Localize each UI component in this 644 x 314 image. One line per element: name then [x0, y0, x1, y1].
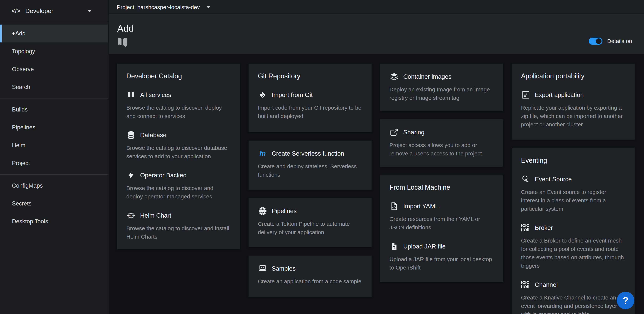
- item-link[interactable]: Pipelines: [258, 207, 362, 216]
- sidebar-item-configmaps[interactable]: ConfigMaps: [0, 177, 108, 195]
- git-icon: [258, 91, 267, 99]
- item-upload-jar-file: Upload JAR file Upload a JAR file from y…: [390, 242, 494, 272]
- channel-icon: [521, 281, 530, 289]
- svg-text:</>: </>: [392, 206, 396, 209]
- card-serverless-function[interactable]: fn Create Serverless function Create and…: [248, 141, 372, 190]
- page-title: Add: [117, 23, 644, 34]
- item-link[interactable]: <> Samples: [258, 264, 362, 273]
- card-developer-catalog[interactable]: Developer Catalog All services Browse th…: [117, 64, 240, 249]
- export-application-icon: [521, 91, 530, 99]
- card-eventing[interactable]: Eventing Event Source Create an Event so: [512, 148, 635, 314]
- sidebar-divider: [0, 174, 108, 175]
- item-link[interactable]: All services: [126, 90, 231, 99]
- sidebar-item-add[interactable]: +Add: [0, 24, 108, 42]
- item-link[interactable]: Broker: [521, 223, 625, 232]
- project-selector[interactable]: Project: harshcasper-localsta-dev: [117, 4, 200, 10]
- card-from-local-machine[interactable]: From Local Machine </> Import YAML Creat…: [380, 175, 503, 282]
- event-source-icon: [521, 175, 530, 183]
- sidebar-item-helm[interactable]: Helm: [0, 136, 108, 154]
- details-toggle-group: Details on: [589, 38, 632, 45]
- upload-jar-icon: [390, 243, 399, 250]
- broker-icon: [521, 224, 530, 232]
- card-title: Eventing: [521, 157, 625, 164]
- sidebar-item-desktop-tools[interactable]: Desktop Tools: [0, 213, 108, 230]
- yaml-file-icon: </>: [390, 202, 399, 210]
- item-link[interactable]: HELM Helm Chart: [126, 211, 231, 220]
- card-application-portability[interactable]: Application portability Export applicati…: [512, 64, 635, 140]
- project-bar: Project: harshcasper-localsta-dev: [109, 0, 644, 15]
- item-channel: Channel Create a Knative Channel to crea…: [521, 280, 625, 314]
- book-plus-icon[interactable]: [117, 37, 128, 48]
- item-create-serverless-function: fn Create Serverless function Create and…: [258, 149, 362, 179]
- card-title: Developer Catalog: [126, 72, 231, 80]
- book-icon: [126, 91, 136, 98]
- card-columns: Developer Catalog All services Browse th…: [117, 64, 644, 314]
- item-link[interactable]: Sharing: [390, 128, 494, 137]
- item-link[interactable]: Upload JAR file: [390, 242, 494, 251]
- sidebar-divider: [0, 98, 108, 98]
- chevron-down-icon[interactable]: [206, 6, 210, 8]
- card-title: Git Repository: [258, 72, 362, 80]
- item-sharing: Sharing Project access allows you to add…: [390, 128, 494, 158]
- item-link[interactable]: Operator Backed: [126, 171, 231, 180]
- layers-icon: [390, 73, 399, 80]
- card-pipelines[interactable]: Pipelines Create a Tekton Pipeline to au…: [248, 198, 372, 247]
- item-import-yaml: </> Import YAML Create resources from th…: [390, 202, 494, 232]
- perspective-switcher[interactable]: </> Developer: [0, 0, 108, 22]
- sidebar-nav: +Add Topology Observe Search: [0, 24, 108, 96]
- details-toggle-label: Details on: [607, 38, 632, 44]
- question-mark-icon: ?: [622, 295, 629, 306]
- sidebar-nav-group-2: Builds Pipelines Helm Project: [0, 101, 108, 172]
- chevron-down-icon: [88, 10, 92, 12]
- item-pipelines: Pipelines Create a Tekton Pipeline to au…: [258, 207, 362, 236]
- pipelines-icon: [258, 207, 267, 215]
- laptop-code-icon: <>: [258, 265, 267, 272]
- sidebar-nav-group-3: ConfigMaps Secrets Desktop Tools: [0, 177, 108, 230]
- sidebar-item-project[interactable]: Project: [0, 154, 108, 172]
- sidebar-item-builds[interactable]: Builds: [0, 101, 108, 119]
- item-database: Database Browse the catalog to discover …: [126, 131, 231, 160]
- card-title: Application portability: [521, 72, 625, 80]
- item-import-from-git: Import from Git Import code from your Gi…: [258, 90, 362, 120]
- item-export-application: Export application Replicate your applic…: [521, 90, 625, 129]
- card-column-4: Application portability Export applicati…: [512, 64, 635, 314]
- details-toggle[interactable]: [589, 38, 602, 45]
- sidebar: </> Developer +Add Topology Observe Sear…: [0, 0, 108, 314]
- item-link[interactable]: Export application: [521, 90, 625, 99]
- item-operator-backed: Operator Backed Browse the catalog to di…: [126, 171, 231, 201]
- svg-text:HELM: HELM: [128, 215, 134, 217]
- item-link[interactable]: Container images: [390, 72, 494, 81]
- card-sharing[interactable]: Sharing Project access allows you to add…: [380, 119, 503, 167]
- card-title: From Local Machine: [390, 184, 494, 191]
- sidebar-item-topology[interactable]: Topology: [0, 42, 108, 60]
- item-link[interactable]: Import from Git: [258, 90, 362, 99]
- card-column-1: Developer Catalog All services Browse th…: [117, 64, 240, 249]
- card-column-2: Git Repository Import from: [248, 64, 372, 297]
- toggle-knob: [596, 38, 602, 44]
- bolt-icon: [126, 171, 136, 179]
- item-link[interactable]: fn Create Serverless function: [258, 149, 362, 158]
- sidebar-item-secrets[interactable]: Secrets: [0, 195, 108, 213]
- sidebar-item-observe[interactable]: Observe: [0, 60, 108, 78]
- card-samples[interactable]: <> Samples Create an application from a …: [248, 256, 372, 297]
- item-link[interactable]: Event Source: [521, 175, 625, 184]
- item-link[interactable]: Channel: [521, 280, 625, 289]
- help-button[interactable]: ?: [617, 292, 634, 309]
- sidebar-item-search[interactable]: Search: [0, 78, 108, 96]
- item-helm-chart: HELM Helm Chart Browse the catalog to di…: [126, 211, 231, 241]
- item-container-images: Container images Deploy an existing Imag…: [390, 72, 494, 102]
- card-column-3: Container images Deploy an existing Imag…: [380, 64, 503, 282]
- sidebar-item-pipelines[interactable]: Pipelines: [0, 119, 108, 136]
- item-event-source: Event Source Create an Event source to r…: [521, 175, 625, 213]
- card-git-repository[interactable]: Git Repository Import from: [248, 64, 372, 132]
- database-icon: [126, 131, 136, 139]
- item-link[interactable]: Database: [126, 131, 231, 140]
- card-container-images[interactable]: Container images Deploy an existing Imag…: [380, 64, 503, 111]
- code-icon: </>: [12, 8, 20, 14]
- item-samples: <> Samples Create an application from a …: [258, 264, 362, 286]
- page-header: Add Details on: [109, 15, 644, 54]
- item-link[interactable]: </> Import YAML: [390, 202, 494, 211]
- svg-text:<>: <>: [261, 266, 264, 269]
- item-all-services: All services Browse the catalog to disco…: [126, 90, 231, 120]
- fn-icon: fn: [258, 150, 267, 157]
